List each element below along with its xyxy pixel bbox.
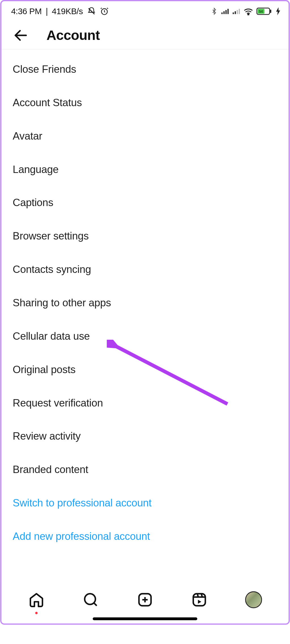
menu-label: Request verification: [13, 397, 103, 409]
menu-label: Captions: [13, 196, 53, 209]
menu-item-captions[interactable]: Captions: [1, 186, 289, 219]
menu-label: Sharing to other apps: [13, 297, 111, 309]
svg-rect-8: [239, 9, 240, 14]
menu-item-original-posts[interactable]: Original posts: [1, 353, 289, 386]
nav-reels[interactable]: [189, 589, 210, 610]
menu-item-switch-professional[interactable]: Switch to professional account: [1, 486, 289, 520]
menu-item-review-activity[interactable]: Review activity: [1, 420, 289, 453]
menu-item-browser-settings[interactable]: Browser settings: [1, 219, 289, 253]
menu-label: Avatar: [13, 130, 42, 142]
home-indicator: [93, 617, 197, 620]
menu-label: Language: [13, 163, 59, 176]
wifi-icon: [244, 7, 253, 15]
page-title: Account: [46, 27, 100, 43]
alarm-icon: [100, 7, 108, 16]
phone-frame: 4:36 PM | 419KB/s: [0, 0, 290, 625]
status-left: 4:36 PM | 419KB/s: [11, 7, 108, 16]
charging-icon: [276, 7, 281, 15]
menu-label: Switch to professional account: [13, 497, 152, 509]
nav-create[interactable]: [135, 589, 155, 610]
menu-label: Browser settings: [13, 230, 89, 242]
battery-icon: 54: [256, 7, 272, 15]
svg-line-24: [197, 594, 198, 597]
bluetooth-icon: [210, 7, 218, 15]
svg-marker-26: [198, 600, 201, 604]
signal-icon-2: [232, 8, 240, 15]
menu-label: Original posts: [13, 363, 76, 376]
menu-item-sharing-other-apps[interactable]: Sharing to other apps: [1, 286, 289, 320]
menu-label: Review activity: [13, 430, 81, 442]
svg-rect-7: [237, 10, 238, 14]
svg-text:54: 54: [259, 9, 263, 14]
menu-item-avatar[interactable]: Avatar: [1, 119, 289, 153]
menu-label: Account Status: [13, 97, 82, 109]
menu-label: Close Friends: [13, 63, 76, 75]
menu-label: Branded content: [13, 463, 88, 476]
status-right: 54: [210, 7, 280, 15]
menu-label: Add new professional account: [13, 530, 150, 542]
avatar-icon: [245, 591, 262, 608]
bottom-nav: [1, 583, 289, 623]
status-bar: 4:36 PM | 419KB/s: [1, 1, 289, 21]
nav-notification-dot-icon: [35, 612, 38, 614]
menu-item-branded-content[interactable]: Branded content: [1, 453, 289, 486]
svg-rect-6: [235, 11, 236, 14]
settings-list: Close Friends Account Status Avatar Lang…: [1, 50, 289, 553]
menu-label: Cellular data use: [13, 330, 90, 342]
svg-rect-5: [233, 12, 234, 14]
header: Account: [1, 21, 289, 49]
status-time: 4:36 PM: [11, 7, 42, 16]
menu-item-request-verification[interactable]: Request verification: [1, 386, 289, 420]
menu-label: Contacts syncing: [13, 263, 91, 275]
mute-icon: [87, 7, 96, 16]
svg-rect-22: [193, 594, 205, 606]
menu-item-language[interactable]: Language: [1, 153, 289, 186]
menu-item-close-friends[interactable]: Close Friends: [1, 53, 289, 86]
status-speed: 419KB/s: [52, 7, 83, 16]
back-button[interactable]: [11, 25, 30, 45]
menu-item-account-status[interactable]: Account Status: [1, 86, 289, 119]
svg-line-18: [94, 603, 97, 606]
nav-profile[interactable]: [243, 589, 264, 610]
svg-rect-11: [270, 10, 271, 13]
svg-point-9: [248, 14, 249, 15]
svg-line-25: [201, 594, 202, 597]
nav-search[interactable]: [80, 589, 101, 610]
status-separator: |: [46, 7, 48, 16]
menu-item-cellular-data-use[interactable]: Cellular data use: [1, 320, 289, 353]
menu-item-contacts-syncing[interactable]: Contacts syncing: [1, 253, 289, 286]
svg-rect-2: [223, 11, 225, 14]
signal-icon-1: [221, 8, 229, 15]
svg-rect-3: [225, 10, 227, 14]
menu-item-add-professional[interactable]: Add new professional account: [1, 520, 289, 553]
svg-rect-4: [227, 9, 229, 14]
svg-point-17: [85, 594, 95, 604]
svg-rect-1: [221, 12, 223, 14]
nav-home[interactable]: [26, 589, 47, 610]
